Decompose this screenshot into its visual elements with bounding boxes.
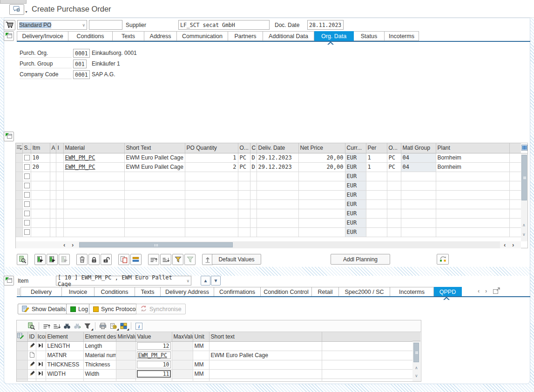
- unlock-button[interactable]: [101, 254, 112, 265]
- row-selector[interactable]: [16, 181, 22, 190]
- qppd-column-header[interactable]: Element designa: [83, 332, 116, 341]
- row-selector[interactable]: [16, 199, 22, 209]
- delete-button[interactable]: [76, 254, 88, 265]
- tab-org-data[interactable]: Org. Data: [314, 31, 354, 41]
- column-header[interactable]: PO Quantity: [185, 143, 238, 153]
- sort-asc-button[interactable]: [41, 321, 52, 331]
- find-button[interactable]: [62, 321, 72, 331]
- qppd-row-selector[interactable]: [17, 360, 27, 369]
- lock-button[interactable]: [88, 254, 100, 265]
- filter-menu-button[interactable]: ◢: [82, 321, 93, 331]
- log-button[interactable]: Log: [66, 304, 92, 314]
- item-tab-conditions[interactable]: Conditions: [95, 287, 135, 297]
- qppd-column-header[interactable]: Short text: [209, 332, 322, 341]
- qppd-column-header[interactable]: MaxValue: [172, 332, 193, 341]
- filter-button[interactable]: [172, 254, 183, 265]
- supplier-input[interactable]: LF_SCT secat GmbH: [178, 20, 270, 30]
- item-table-hscrollbar[interactable]: ‹ › ‹ ›: [16, 241, 521, 248]
- scroll-right-icon[interactable]: ›: [72, 242, 74, 248]
- row-checkbox[interactable]: [24, 192, 30, 198]
- show-details-button[interactable]: Show Details: [18, 304, 70, 314]
- sort-desc-button[interactable]: [160, 254, 171, 265]
- item-tab-texts[interactable]: Texts: [135, 287, 161, 297]
- print-button[interactable]: [98, 321, 108, 331]
- org-field-input[interactable]: 0001: [73, 70, 90, 79]
- collapse-header-button[interactable]: [4, 31, 14, 41]
- qppd-vscroll-thumb[interactable]: [413, 343, 419, 362]
- row-selector[interactable]: [16, 172, 22, 181]
- services-for-object-button[interactable]: [9, 4, 24, 15]
- hscroll-thumb[interactable]: [79, 242, 233, 247]
- tab-address[interactable]: Address: [144, 31, 177, 41]
- row-selector[interactable]: [16, 218, 22, 227]
- qppd-vscrollbar[interactable]: ∧ ∨: [412, 341, 420, 381]
- row-checkbox[interactable]: [24, 155, 30, 160]
- column-header[interactable]: C: [250, 143, 257, 153]
- swap-view-button[interactable]: [437, 254, 449, 265]
- column-header[interactable]: A: [50, 143, 56, 153]
- find-next-button[interactable]: [72, 321, 82, 331]
- cell-material[interactable]: EWM_PM_PC: [63, 153, 124, 162]
- addl-planning-button[interactable]: Addl Planning: [331, 254, 390, 265]
- cell-id[interactable]: [27, 351, 36, 360]
- item-tab-delivery-address[interactable]: Delivery Address: [161, 287, 214, 297]
- qppd-column-header[interactable]: ID: [27, 332, 36, 341]
- item-tab-confirmations[interactable]: Confirmations: [214, 287, 261, 297]
- column-header[interactable]: O...: [387, 143, 401, 153]
- qppd-scroll-down-icon[interactable]: ∨: [415, 374, 418, 378]
- sort-desc-button[interactable]: [52, 321, 62, 331]
- org-field-input[interactable]: 0001: [73, 49, 90, 58]
- qppd-scroll-up-icon[interactable]: ∧: [415, 366, 418, 370]
- column-config-button[interactable]: [521, 143, 527, 153]
- qppd-column-header[interactable]: Unit: [193, 332, 209, 341]
- qppd-corner-header[interactable]: [17, 332, 27, 341]
- tab-incoterms[interactable]: Incoterms: [385, 31, 419, 41]
- column-header[interactable]: Deliv. Date: [257, 143, 298, 153]
- tabstrip-grip[interactable]: [18, 288, 20, 295]
- copy-item-button[interactable]: [118, 254, 129, 265]
- column-header[interactable]: S..: [22, 143, 31, 153]
- services-dropdown-arrow-icon[interactable]: ▼: [25, 10, 28, 13]
- default-values-button[interactable]: Default Values: [212, 254, 261, 265]
- tab-scroll-left-icon[interactable]: ‹: [478, 288, 480, 294]
- row-selector[interactable]: [16, 153, 22, 162]
- previous-item-button[interactable]: ▲: [201, 276, 210, 286]
- item-tab-qppd[interactable]: QPPD: [434, 287, 462, 297]
- scroll-down-icon[interactable]: ∨: [522, 233, 526, 237]
- collapse-overview-button[interactable]: [4, 132, 14, 141]
- row-checkbox[interactable]: [24, 183, 30, 188]
- column-header[interactable]: Plant: [436, 143, 509, 153]
- detach-tab-button[interactable]: [493, 287, 500, 296]
- scroll-up-icon[interactable]: ∧: [522, 223, 526, 227]
- cell-id[interactable]: [27, 360, 36, 369]
- column-header[interactable]: Material: [63, 143, 124, 153]
- item-details-button[interactable]: [34, 254, 46, 265]
- detail-button[interactable]: [17, 254, 28, 265]
- tab-texts[interactable]: Texts: [113, 31, 144, 41]
- row-selector[interactable]: [16, 190, 22, 199]
- sync-protocol-button[interactable]: Sync Protocol: [89, 304, 141, 314]
- row-checkbox[interactable]: [24, 173, 30, 179]
- po-type-combobox[interactable]: Standard PO ∨: [17, 20, 87, 30]
- collapse-item-button[interactable]: [4, 276, 14, 286]
- item-tab-delivery[interactable]: Delivery: [20, 287, 62, 297]
- po-number-input[interactable]: [89, 20, 122, 30]
- cell-value[interactable]: 12: [135, 341, 172, 351]
- tab-scroll-right-icon[interactable]: ›: [485, 288, 487, 294]
- item-tab-invoice[interactable]: Invoice: [62, 287, 95, 297]
- scroll-left-icon[interactable]: ‹: [63, 242, 65, 248]
- column-header[interactable]: Itm: [31, 143, 50, 153]
- sort-asc-button[interactable]: [148, 254, 159, 265]
- item-tab-incoterms[interactable]: Incoterms: [390, 287, 434, 297]
- qppd-column-header[interactable]: MinValue: [116, 332, 135, 341]
- row-selector[interactable]: [16, 209, 22, 218]
- row-checkbox[interactable]: [24, 201, 30, 207]
- cell-value[interactable]: EWM_PM_PC: [135, 351, 172, 360]
- qppd-row-selector[interactable]: [17, 369, 27, 379]
- cell-id[interactable]: [27, 341, 36, 351]
- tab-communication[interactable]: Communication: [177, 31, 228, 41]
- row-selector[interactable]: [16, 162, 22, 172]
- column-header[interactable]: Curr...: [345, 143, 366, 153]
- tab-conditions[interactable]: Conditions: [68, 31, 113, 41]
- doc-date-input[interactable]: 28.11.2023: [307, 20, 344, 30]
